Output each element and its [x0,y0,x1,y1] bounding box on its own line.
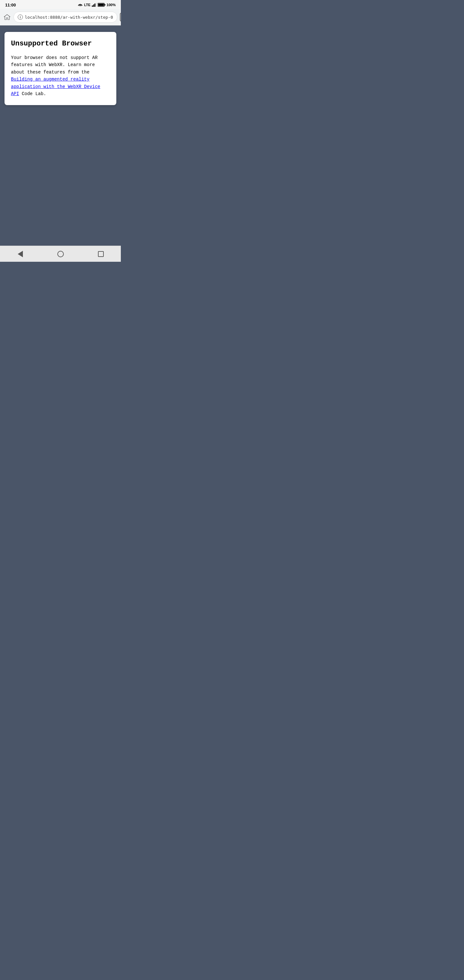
back-button[interactable] [14,248,27,261]
home-nav-button[interactable] [54,248,67,261]
home-nav-icon [57,251,64,257]
battery-label: 100% [106,3,116,7]
content-card: Unsupported Browser Your browser does no… [5,32,116,105]
address-text: localhost:8888/ar-with-webxr/step-0 [25,15,113,20]
recents-button[interactable] [94,248,107,261]
address-bar[interactable]: i localhost:8888/ar-with-webxr/step-0 [14,12,117,22]
navigation-bar [0,246,121,262]
svg-rect-6 [98,4,104,6]
network-label: LTE [84,3,91,7]
recents-icon [98,251,104,257]
svg-rect-1 [93,5,94,7]
browser-chrome: i localhost:8888/ar-with-webxr/step-0 3 [0,9,121,25]
svg-rect-0 [92,5,93,7]
home-icon [3,14,11,21]
back-icon [18,251,23,257]
wifi-icon [78,3,83,7]
battery-icon [98,3,105,7]
home-button[interactable] [3,13,11,21]
svg-rect-2 [94,3,95,7]
signal-icon [92,3,96,7]
card-body-text2: Code Lab. [19,91,46,96]
status-bar: 11:00 LTE 100% [0,0,121,9]
card-body: Your browser does not support AR feature… [11,54,110,97]
info-icon: i [18,14,23,20]
svg-rect-3 [96,3,96,7]
card-title: Unsupported Browser [11,40,110,48]
page-content: Unsupported Browser Your browser does no… [0,25,121,246]
status-time: 11:00 [5,3,16,7]
svg-rect-5 [104,4,105,5]
tab-count-button[interactable]: 3 [120,13,121,22]
card-body-text1: Your browser does not support AR feature… [11,55,98,75]
status-icons: LTE 100% [78,3,116,7]
